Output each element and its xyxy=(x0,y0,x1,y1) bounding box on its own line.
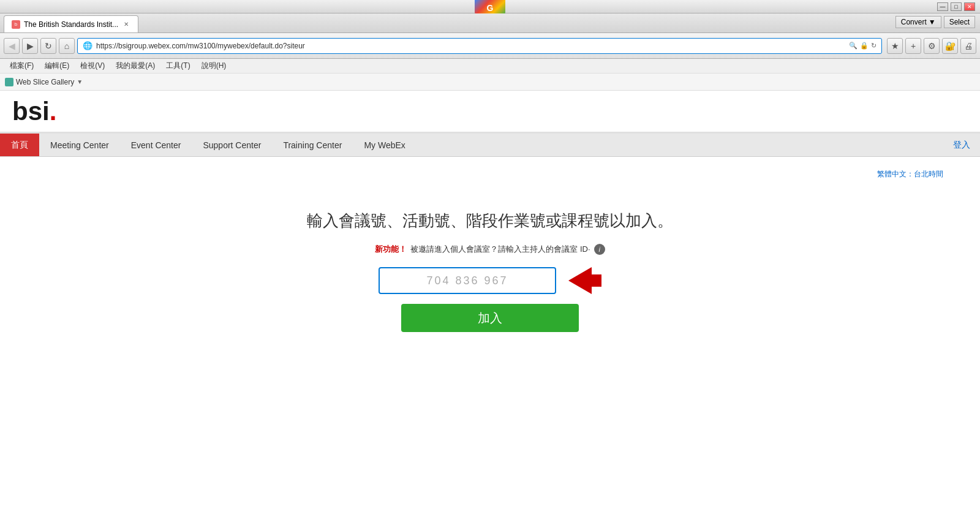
refresh-addr-icon[interactable]: ↻ xyxy=(871,42,876,50)
tools-button[interactable]: ⚙ xyxy=(924,38,940,54)
join-title: 輸入會議號、活動號、階段作業號或課程號以加入。 xyxy=(12,210,968,232)
address-bar[interactable]: 🌐 https://bsigroup.webex.com/mw3100/mywe… xyxy=(77,38,882,54)
page-body: 繁體中文：台北時間 輸入會議號、活動號、階段作業號或課程號以加入。 新功能！ 被… xyxy=(0,157,980,402)
convert-dropdown-icon[interactable]: ▼ xyxy=(929,18,936,26)
bsi-logo-dot: . xyxy=(50,97,57,126)
meeting-input-row xyxy=(12,267,968,294)
print-button[interactable]: 🖨 xyxy=(960,38,976,54)
active-tab[interactable]: b The British Standards Instit... ✕ xyxy=(4,15,138,32)
tab-bar: b The British Standards Instit... ✕ Conv… xyxy=(0,13,980,33)
web-slice-gallery-icon xyxy=(5,78,13,86)
menu-help[interactable]: 說明(H) xyxy=(197,59,232,72)
web-slice-gallery-label: Web Slice Gallery xyxy=(16,78,74,86)
close-button[interactable]: ✕ xyxy=(964,2,975,11)
maximize-button[interactable]: □ xyxy=(951,2,962,11)
refresh-button[interactable]: ↻ xyxy=(40,38,56,54)
meeting-number-input[interactable] xyxy=(379,267,556,294)
menu-bar: 檔案(F) 編輯(E) 檢視(V) 我的最愛(A) 工具(T) 說明(H) xyxy=(0,59,980,74)
nav-my-webex[interactable]: My WebEx xyxy=(353,134,416,156)
bsi-header: bsi. xyxy=(0,91,980,134)
forward-button[interactable]: ▶ xyxy=(22,38,38,54)
back-button[interactable]: ◀ xyxy=(4,38,20,54)
bsi-logo: bsi. xyxy=(12,99,56,124)
nav-training-center[interactable]: Training Center xyxy=(272,134,353,156)
nav-event-center[interactable]: Event Center xyxy=(120,134,192,156)
browser-navbar: ◀ ▶ ↻ ⌂ 🌐 https://bsigroup.webex.com/mw3… xyxy=(0,33,980,59)
convert-button[interactable]: Convert ▼ xyxy=(895,16,941,28)
nav-home[interactable]: 首頁 xyxy=(0,134,39,156)
new-feature-text: 被邀請進入個人會議室？請輸入主持人的會議室 ID· xyxy=(410,244,590,255)
arrow-indicator xyxy=(568,267,592,294)
arrow-tail xyxy=(590,274,601,287)
convert-label: Convert xyxy=(901,18,927,26)
home-button[interactable]: ⌂ xyxy=(59,38,75,54)
menu-tools[interactable]: 工具(T) xyxy=(161,59,195,72)
menu-favorites[interactable]: 我的最愛(A) xyxy=(111,59,160,72)
select-button[interactable]: Select xyxy=(944,16,975,28)
nav-support-center[interactable]: Support Center xyxy=(192,134,272,156)
new-feature-notice: 新功能！ 被邀請進入個人會議室？請輸入主持人的會議室 ID· i xyxy=(12,244,968,255)
address-icons: 🔍 🔒 ↻ xyxy=(849,42,876,50)
arrow-container xyxy=(568,267,601,294)
safety-button[interactable]: 🔐 xyxy=(942,38,958,54)
browser-right-toolbar: Convert ▼ Select xyxy=(895,16,975,28)
menu-file[interactable]: 檔案(F) xyxy=(5,59,39,72)
join-section: 輸入會議號、活動號、階段作業號或課程號以加入。 新功能！ 被邀請進入個人會議室？… xyxy=(12,198,968,332)
minimize-button[interactable]: — xyxy=(937,2,948,11)
main-nav: 首頁 Meeting Center Event Center Support C… xyxy=(0,134,980,157)
tab-favicon: b xyxy=(12,20,20,29)
add-favorite-button[interactable]: + xyxy=(905,38,921,54)
search-icon[interactable]: 🔍 xyxy=(849,42,858,50)
select-label: Select xyxy=(949,18,970,26)
browser-titlebar: G — □ ✕ xyxy=(0,0,980,13)
lock-icon: 🔒 xyxy=(860,42,869,50)
favorites-button[interactable]: ★ xyxy=(887,38,903,54)
menu-edit[interactable]: 編輯(E) xyxy=(40,59,74,72)
locale-text: 繁體中文：台北時間 xyxy=(877,170,943,178)
web-slice-gallery-arrow[interactable]: ▼ xyxy=(77,78,83,85)
favorites-web-slice-gallery[interactable]: Web Slice Gallery ▼ xyxy=(5,78,83,86)
new-feature-label: 新功能！ xyxy=(375,244,407,255)
menu-view[interactable]: 檢視(V) xyxy=(75,59,110,72)
join-button[interactable]: 加入 xyxy=(401,304,579,332)
tab-title: The British Standards Instit... xyxy=(24,20,118,29)
nav-meeting-center[interactable]: Meeting Center xyxy=(39,134,120,156)
info-icon[interactable]: i xyxy=(594,244,605,255)
locale-bar[interactable]: 繁體中文：台北時間 xyxy=(12,169,968,180)
login-link[interactable]: 登入 xyxy=(943,134,980,156)
tab-close-button[interactable]: ✕ xyxy=(122,20,130,29)
address-text: https://bsigroup.webex.com/mw3100/mywebe… xyxy=(96,42,845,50)
favorites-bar: Web Slice Gallery ▼ xyxy=(0,74,980,91)
